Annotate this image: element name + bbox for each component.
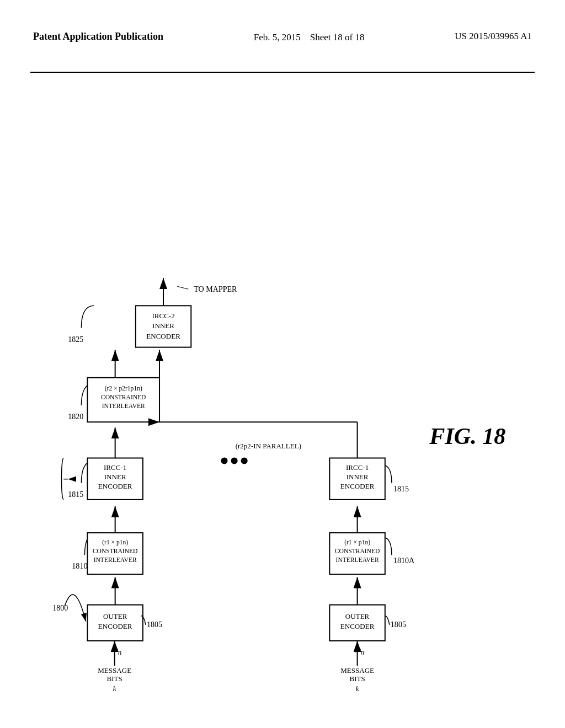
ircc1-left-l2: INNER — [104, 473, 126, 481]
label-1805-right: 1805 — [391, 620, 406, 629]
publication-date: Feb. 5, 2015 — [254, 32, 301, 42]
msg-bits-k-left: k — [113, 684, 116, 693]
page-header: Patent Application Publication Feb. 5, 2… — [0, 30, 565, 45]
label-1810a: 1810A — [393, 556, 415, 565]
ircc1-right-l1: IRCC-1 — [346, 463, 369, 472]
parallel-label: (r2p2-IN PARALLEL) — [236, 442, 301, 450]
label-1800: 1800 — [52, 603, 68, 612]
label-1825: 1825 — [68, 335, 83, 344]
ircc2-l2: INNER — [152, 322, 174, 330]
il-left-l1: (r1 × p1n) — [102, 539, 128, 546]
n-label-left: n — [118, 648, 122, 656]
il2-l3: INTERLEAVER — [102, 403, 145, 409]
header-divider — [30, 72, 535, 73]
il2-l1: (r2 × p2r1p1n) — [105, 385, 142, 392]
outer-enc-right-l1: OUTER — [345, 612, 370, 620]
sheet-info: Sheet 18 of 18 — [310, 32, 365, 42]
il-left-l2: CONSTRAINED — [93, 548, 137, 554]
ircc2-l3: ENCODER — [146, 332, 180, 340]
patent-number: US 2015/039965 A1 — [455, 30, 532, 42]
msg-bits-left-label2: BITS — [107, 675, 122, 683]
il-right-l3: INTERLEAVER — [336, 556, 379, 563]
publication-title: Patent Application Publication — [33, 30, 163, 43]
outer-enc-right-l2: ENCODER — [340, 622, 375, 630]
diagram-svg: MESSAGE BITS k n OUTER ENCODER 1810 (r1 … — [30, 83, 535, 706]
outer-enc-left-l2: ENCODER — [98, 622, 132, 630]
msg-bits-right-label: MESSAGE — [340, 666, 374, 675]
ircc2-l1: IRCC-2 — [152, 312, 174, 320]
dot3 — [241, 458, 248, 464]
il-left-l3: INTERLEAVER — [94, 556, 137, 563]
brace-1805-right — [385, 616, 390, 625]
label-1815-left1: 1815 — [68, 490, 83, 499]
dot2 — [231, 458, 238, 464]
label-1820: 1820 — [68, 412, 83, 421]
ircc1-left-l3: ENCODER — [98, 482, 132, 490]
label-1815-right: 1815 — [393, 484, 409, 493]
n-label-right: n — [361, 648, 365, 656]
label-1805-left: 1805 — [147, 620, 162, 629]
ircc1-right-l2: INNER — [347, 473, 369, 481]
dot1 — [221, 458, 228, 464]
outer-enc-left-l1: OUTER — [103, 612, 127, 620]
to-mapper-label: TO MAPPER — [194, 285, 237, 293]
il-right-l2: CONSTRAINED — [335, 548, 380, 554]
diagram-area: MESSAGE BITS k n OUTER ENCODER 1810 (r1 … — [30, 83, 535, 706]
header-center: Feb. 5, 2015 Sheet 18 of 18 — [254, 30, 365, 45]
brace-1815-left-main — [61, 458, 63, 500]
msg-bits-k-right: k — [356, 684, 359, 693]
msg-bits-left-label: MESSAGE — [98, 666, 131, 675]
brace-1825 — [81, 306, 94, 328]
ircc1-right-l3: ENCODER — [340, 482, 375, 490]
il2-l2: CONSTRAINED — [101, 394, 146, 400]
to-mapper-line — [177, 286, 188, 289]
fig-label: FIG. 18 — [429, 423, 505, 449]
msg-bits-right-label2: BITS — [349, 675, 365, 683]
ircc1-left-l1: IRCC-1 — [104, 463, 126, 472]
il-right-l1: (r1 × p1n) — [344, 539, 370, 546]
label-1810: 1810 — [72, 561, 87, 570]
